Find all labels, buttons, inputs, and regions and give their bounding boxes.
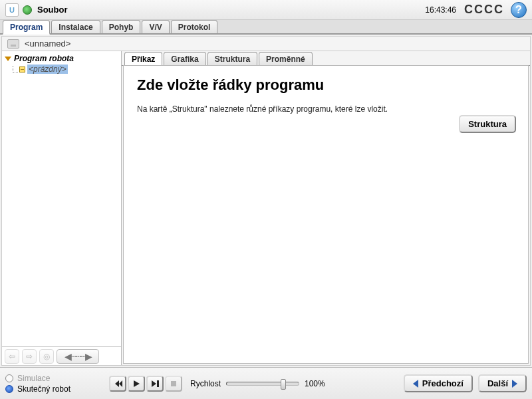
tree-branch-icon (13, 66, 18, 72)
content-heading: Zde vložte řádky programu (137, 76, 515, 94)
sub-tabs: Příkaz Grafika Struktura Proměnné (122, 51, 530, 66)
tab-pohyb[interactable]: Pohyb (102, 20, 141, 33)
tree-forward-button[interactable]: ⇨ (22, 349, 37, 364)
prev-button-label: Předchozí (422, 378, 464, 388)
content-panel: Zde vložte řádky programu Na kartě „Stru… (123, 65, 529, 364)
tree-empty-node[interactable]: – <prázdný> (13, 65, 118, 74)
help-icon[interactable]: ? (511, 2, 527, 18)
program-tree[interactable]: Program robota – <prázdný> (2, 51, 121, 346)
next-button[interactable]: Další (478, 374, 527, 392)
radio-on-icon (5, 385, 13, 393)
prev-button[interactable]: Předchozí (404, 374, 473, 392)
right-pane: Příkaz Grafika Struktura Proměnné Zde vl… (122, 51, 530, 365)
tab-vv[interactable]: V/V (142, 20, 169, 33)
slider-thumb-icon[interactable] (281, 379, 286, 390)
tree-root-node[interactable]: Program robota (5, 54, 118, 63)
tree-empty-label: <prázdný> (27, 65, 68, 74)
mode-radios: Simulace Skutečný robot (5, 373, 105, 394)
file-subbar: <unnamed> (2, 37, 530, 51)
clock: 16:43:46 (425, 5, 456, 15)
speed-label: Rychlost (190, 379, 221, 388)
tree-target-button[interactable]: ◎ (39, 349, 54, 364)
rewind-button[interactable] (109, 376, 126, 392)
play-button[interactable] (128, 376, 145, 392)
tree-toolbar: ⇦ ⇨ ◎ ◀┄┄┄▶ (2, 346, 121, 365)
expand-arrow-icon[interactable] (5, 57, 11, 61)
playbar: Rychlost 100% (109, 376, 325, 392)
real-radio[interactable]: Skutečný robot (5, 384, 105, 394)
tab-program[interactable]: Program (3, 20, 50, 35)
status-cccc: CCCC (464, 3, 504, 17)
tree-slider-button[interactable]: ◀┄┄┄▶ (57, 349, 99, 364)
ur-logo-icon: U (5, 3, 19, 17)
globe-icon (23, 5, 32, 15)
main-tabs: Program Instalace Pohyb V/V Protokol (0, 20, 532, 35)
minus-icon[interactable]: – (19, 66, 25, 72)
arrow-left-icon (413, 380, 418, 388)
program-tree-pane: Program robota – <prázdný> ⇦ ⇨ ◎ ◀┄┄┄▶ (2, 51, 122, 365)
workarea: <unnamed> Program robota – <prázdný> ⇦ ⇨… (1, 36, 531, 366)
real-label: Skutečný robot (17, 384, 70, 394)
subtab-promenne[interactable]: Proměnné (259, 52, 313, 65)
subtab-prikaz[interactable]: Příkaz (124, 52, 162, 66)
speed-slider[interactable] (226, 382, 299, 386)
file-menu[interactable]: Soubor (37, 5, 68, 15)
subtab-grafika[interactable]: Grafika (164, 52, 205, 65)
tree-back-button[interactable]: ⇦ (5, 349, 19, 364)
stop-button[interactable] (165, 376, 182, 392)
sim-label: Simulace (17, 374, 50, 383)
speed-value: 100% (305, 379, 325, 388)
titlebar: U Soubor 16:43:46 CCCC ? (0, 0, 532, 20)
tab-instalace[interactable]: Instalace (51, 20, 100, 33)
subtab-struktura[interactable]: Struktura (207, 52, 257, 65)
disk-icon[interactable] (7, 39, 19, 49)
next-button-label: Další (487, 378, 508, 388)
arrow-right-icon (512, 380, 517, 388)
content-paragraph: Na kartě „Struktura" naleznete různé pří… (137, 104, 515, 114)
footer: Simulace Skutečný robot Rychlost 100% Př… (0, 367, 532, 399)
structure-button[interactable]: Struktura (459, 115, 516, 133)
tab-protokol[interactable]: Protokol (171, 20, 218, 33)
sim-radio[interactable]: Simulace (5, 373, 105, 384)
radio-off-icon (5, 374, 13, 382)
step-button[interactable] (146, 376, 164, 392)
tree-root-label: Program robota (14, 54, 74, 63)
file-name-label: <unnamed> (25, 39, 70, 49)
svg-rect-0 (171, 381, 176, 386)
